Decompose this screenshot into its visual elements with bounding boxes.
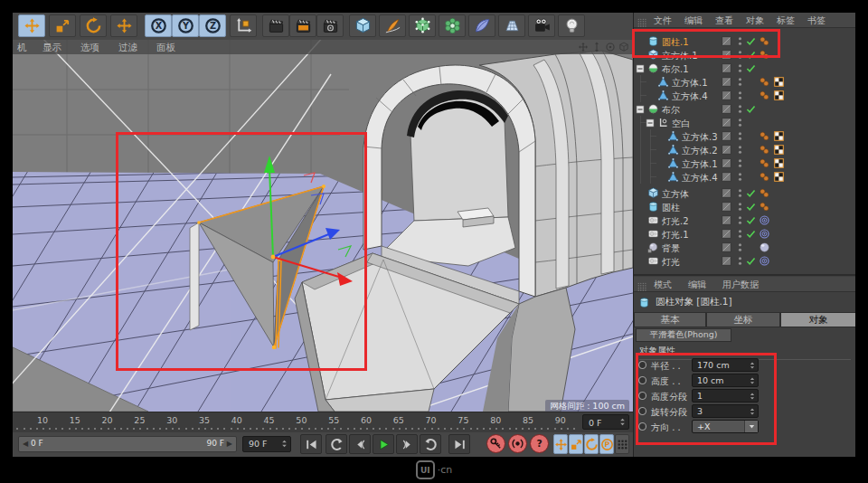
- object-manager-menu-1[interactable]: 编辑: [684, 14, 703, 27]
- add-modeling-array-button[interactable]: [439, 14, 466, 37]
- object-row[interactable]: 布尔.1: [634, 62, 855, 75]
- previous-frame-button[interactable]: [349, 434, 371, 454]
- enabled-check-icon[interactable]: [745, 228, 757, 240]
- keyframe-options-button[interactable]: ?: [530, 434, 549, 453]
- target-tag-icon[interactable]: [759, 228, 770, 240]
- object-row[interactable]: 立方体.1: [634, 48, 855, 62]
- object-label[interactable]: 空白: [672, 118, 690, 130]
- rotate-tool-button[interactable]: [80, 14, 107, 37]
- viewport-menu-item-2[interactable]: 选项: [80, 42, 99, 54]
- add-camera-button[interactable]: [528, 14, 555, 37]
- viewport-orbit-icon[interactable]: [605, 42, 616, 52]
- enabled-check-icon[interactable]: [745, 187, 757, 199]
- object-row[interactable]: 空白: [634, 116, 855, 129]
- tab-object[interactable]: 对象: [780, 312, 855, 327]
- object-label[interactable]: 立方体.4: [682, 172, 718, 185]
- texture-tag-icon[interactable]: [773, 130, 785, 142]
- attribute-manager-menu-0[interactable]: 模式: [654, 279, 672, 291]
- timeline-ruler[interactable]: 0 F 1015202530354045505560657075808590: [13, 412, 633, 432]
- go-to-end-button[interactable]: [448, 434, 470, 454]
- object-label[interactable]: 灯光: [662, 256, 680, 269]
- phong-tag-icon[interactable]: [759, 144, 770, 156]
- viewport-pan-icon[interactable]: [578, 42, 589, 52]
- layer-toggle-icon[interactable]: [721, 242, 732, 253]
- object-row[interactable]: 立方体.4: [634, 170, 855, 184]
- play-forwards-button[interactable]: [373, 434, 394, 454]
- phong-tag-icon[interactable]: [759, 90, 770, 101]
- layer-toggle-icon[interactable]: [721, 117, 732, 128]
- object-row[interactable]: 立方体: [634, 186, 855, 200]
- tab-basic[interactable]: 基本: [634, 312, 706, 327]
- visibility-dots-icon[interactable]: [734, 242, 746, 253]
- object-row[interactable]: 立方体.2: [634, 143, 855, 156]
- height-stepper-icon[interactable]: [748, 376, 757, 385]
- enabled-check-icon[interactable]: [745, 255, 757, 267]
- phong-tag-icon[interactable]: [759, 187, 770, 199]
- add-primitive-cube-button[interactable]: [349, 14, 376, 37]
- object-label[interactable]: 圆柱: [662, 202, 680, 214]
- layer-toggle-icon[interactable]: [721, 35, 732, 47]
- object-row[interactable]: 圆柱.1: [634, 34, 855, 48]
- material-tag-icon[interactable]: [759, 242, 770, 253]
- object-label[interactable]: 立方体.4: [672, 90, 708, 103]
- layer-toggle-icon[interactable]: [721, 49, 732, 61]
- tree-expand-toggle[interactable]: [636, 64, 645, 73]
- object-manager-grip-icon[interactable]: [637, 14, 647, 25]
- object-manager-menu-2[interactable]: 查看: [715, 14, 733, 27]
- height-segments-field[interactable]: 1: [692, 389, 759, 402]
- object-row[interactable]: 立方体.3: [634, 129, 855, 143]
- phong-tag-icon[interactable]: [759, 76, 770, 88]
- viewport-3d-scene[interactable]: [13, 40, 633, 412]
- add-generator-subdivision-button[interactable]: [409, 14, 436, 37]
- tab-coordinates[interactable]: 坐标: [706, 312, 780, 327]
- viewport-menu-item-4[interactable]: 面板: [156, 42, 175, 54]
- layer-toggle-icon[interactable]: [721, 157, 732, 169]
- texture-tag-icon[interactable]: [773, 76, 785, 88]
- object-row[interactable]: 背景: [634, 241, 855, 254]
- phong-tag-icon[interactable]: [759, 201, 770, 213]
- object-label[interactable]: 布尔: [662, 104, 680, 117]
- gizmo-origin[interactable]: [271, 255, 276, 260]
- record-pla-button[interactable]: [615, 434, 629, 454]
- viewport[interactable]: 机显示选项过滤面板 网格间距 : 100 cm: [13, 40, 633, 412]
- radius-stepper-icon[interactable]: [748, 361, 757, 370]
- object-label[interactable]: 立方体.1: [672, 77, 708, 90]
- play-backwards-button[interactable]: [326, 434, 347, 454]
- last-used-tool-button[interactable]: [110, 14, 137, 37]
- object-label[interactable]: 布尔.1: [662, 63, 689, 76]
- visibility-dots-icon[interactable]: [734, 130, 746, 142]
- visibility-dots-icon[interactable]: [734, 144, 746, 156]
- range-right-arrow-icon[interactable]: ▶: [227, 440, 232, 448]
- object-label[interactable]: 背景: [662, 242, 680, 255]
- record-scale-button[interactable]: [569, 434, 583, 454]
- end-frame-stepper-icon[interactable]: [279, 439, 289, 449]
- coordinate-system-button[interactable]: [230, 14, 257, 37]
- render-active-view-button[interactable]: [262, 14, 289, 37]
- current-frame-field[interactable]: 0 F: [582, 414, 629, 430]
- enabled-check-icon[interactable]: [745, 214, 757, 226]
- object-label[interactable]: 立方体: [662, 188, 689, 201]
- object-row[interactable]: 立方体.1: [634, 156, 855, 170]
- end-frame-field[interactable]: 90 F: [242, 436, 291, 452]
- go-to-start-button[interactable]: [300, 434, 322, 454]
- phong-tag-icon[interactable]: [759, 49, 770, 61]
- visibility-dots-icon[interactable]: [734, 157, 746, 169]
- current-frame-stepper-icon[interactable]: [618, 417, 627, 427]
- record-position-button[interactable]: [553, 434, 568, 454]
- object-label[interactable]: 立方体.3: [682, 131, 718, 144]
- animation-record-dot-icon[interactable]: [637, 391, 647, 401]
- target-tag-icon[interactable]: [759, 214, 770, 226]
- animation-record-dot-icon[interactable]: [637, 375, 647, 385]
- record-parameters-button[interactable]: P: [599, 434, 614, 454]
- visibility-dots-icon[interactable]: [734, 171, 746, 183]
- layer-toggle-icon[interactable]: [721, 228, 732, 240]
- lock-x-axis-button[interactable]: X: [145, 14, 172, 37]
- rotation-segments-stepper-icon[interactable]: [748, 407, 757, 416]
- radius-field[interactable]: 170 cm: [692, 358, 759, 372]
- animation-record-dot-icon[interactable]: [637, 406, 647, 416]
- texture-tag-icon[interactable]: [773, 157, 785, 169]
- enabled-check-icon[interactable]: [745, 103, 757, 115]
- object-row[interactable]: 立方体.4: [634, 89, 855, 102]
- object-row[interactable]: 布尔: [634, 102, 855, 116]
- object-label[interactable]: 立方体.1: [682, 158, 718, 171]
